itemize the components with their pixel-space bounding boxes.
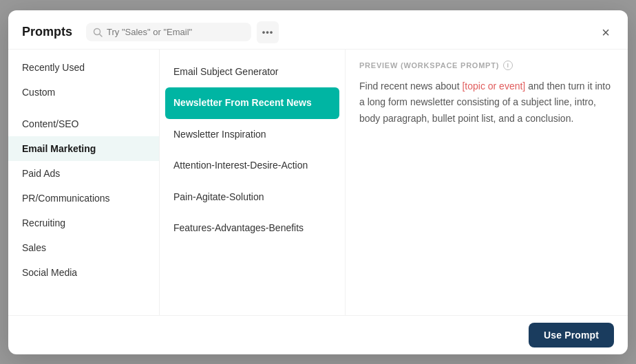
sidebar-item-recently-used[interactable]: Recently Used — [8, 55, 159, 80]
sidebar: Recently Used Custom Content/SEO Email M… — [8, 50, 160, 315]
search-icon — [93, 28, 103, 37]
prompt-list: Email Subject Generator Newsletter From … — [160, 50, 346, 315]
preview-panel: PREVIEW (WORKSPACE PROMPT) i Find recent… — [346, 50, 628, 315]
preview-label: PREVIEW (WORKSPACE PROMPT) i — [359, 61, 614, 70]
sidebar-item-custom[interactable]: Custom — [8, 80, 159, 105]
prompt-item-pain-agitate-solution[interactable]: Pain-Agitate-Solution — [160, 182, 345, 213]
preview-text: Find recent news about [topic or event] … — [359, 78, 614, 304]
sidebar-item-paid-ads[interactable]: Paid Ads — [8, 161, 159, 186]
modal-title: Prompts — [22, 25, 72, 39]
prompt-item-email-subject-generator[interactable]: Email Subject Generator — [160, 56, 345, 88]
sidebar-item-sales[interactable]: Sales — [8, 235, 159, 260]
preview-highlight: [topic or event] — [462, 81, 525, 92]
prompt-item-features-advantages-benefits[interactable]: Features-Advantages-Benefits — [160, 213, 345, 244]
prompts-modal: Prompts ••• × Recently Used Custom Conte… — [8, 10, 628, 354]
sidebar-item-recruiting[interactable]: Recruiting — [8, 211, 159, 235]
sidebar-item-pr-communications[interactable]: PR/Communications — [8, 186, 159, 211]
more-icon: ••• — [262, 27, 274, 37]
search-bar[interactable] — [86, 23, 251, 41]
more-options-button[interactable]: ••• — [257, 21, 279, 43]
svg-line-1 — [100, 34, 103, 36]
prompt-item-newsletter-from-recent-news[interactable]: Newsletter From Recent News — [165, 87, 339, 119]
sidebar-item-email-marketing[interactable]: Email Marketing — [8, 136, 159, 161]
prompt-item-attention-interest-desire-action[interactable]: Attention-Interest-Desire-Action — [160, 150, 345, 182]
modal-header: Prompts ••• × — [8, 10, 628, 50]
info-icon: i — [503, 61, 513, 70]
modal-footer: Use Prompt — [8, 315, 628, 354]
search-input[interactable] — [107, 27, 244, 37]
modal-body: Recently Used Custom Content/SEO Email M… — [8, 50, 628, 315]
sidebar-item-social-media[interactable]: Social Media — [8, 260, 159, 285]
preview-text-before: Find recent news about — [359, 81, 462, 92]
sidebar-item-content-seo[interactable]: Content/SEO — [8, 111, 159, 136]
use-prompt-button[interactable]: Use Prompt — [529, 323, 614, 347]
close-button[interactable]: × — [597, 24, 614, 41]
prompt-item-newsletter-inspiration[interactable]: Newsletter Inspiration — [160, 119, 345, 151]
